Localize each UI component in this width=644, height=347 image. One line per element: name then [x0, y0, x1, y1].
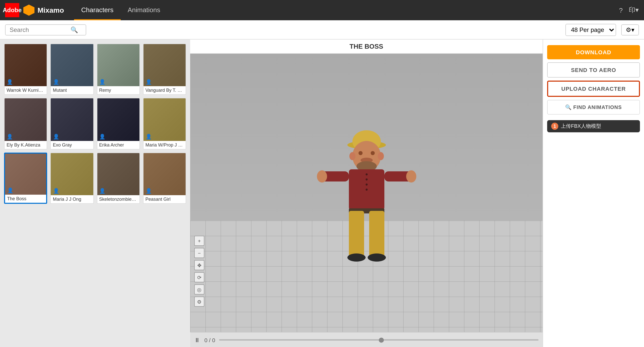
adobe-logo: Adobe — [5, 3, 19, 17]
svg-point-15 — [365, 178, 367, 180]
char-person-icon: 👤 — [99, 134, 105, 139]
char-thumb: 👤 — [97, 153, 139, 195]
viewer-timeline: ⏸ 0 / 0 — [190, 332, 543, 347]
zoom-out-button[interactable]: − — [194, 248, 204, 258]
viewer-panel: THE BOSS — [190, 40, 543, 347]
svg-point-17 — [365, 188, 367, 190]
char-card-maria-j-j-ong[interactable]: 👤 Maria J J Ong — [50, 152, 94, 204]
char-thumb: 👤 — [97, 44, 139, 86]
viewer-character — [316, 107, 417, 279]
viewer-controls: + − ✥ ⟳ ◎ ⚙ — [194, 236, 204, 307]
pan-button[interactable]: ✥ — [194, 260, 204, 270]
char-card-skeletonzombie-t-avelange[interactable]: 👤 Skeletonzombie T Avelange — [97, 152, 140, 204]
camera-button[interactable]: ◎ — [194, 284, 204, 295]
char-thumb: 👤 — [144, 99, 186, 141]
char-thumb: 👤 — [51, 99, 93, 141]
char-thumb: 👤 — [51, 44, 93, 86]
char-person-icon: 👤 — [146, 188, 152, 194]
tooltip-bubble: 1 上传FBX人物模型 — [547, 120, 640, 132]
svg-point-22 — [367, 253, 386, 261]
svg-point-6 — [370, 151, 374, 155]
adobe-text: Adobe — [3, 7, 22, 14]
char-name: Peasant Girl — [144, 195, 186, 203]
svg-point-4 — [378, 152, 384, 160]
char-thumb: 👤 — [97, 99, 139, 141]
timeline-thumb[interactable] — [379, 337, 384, 342]
right-panel: DOWNLOAD SEND TO AERO UPLOAD CHARACTER 🔍… — [543, 40, 644, 347]
mixamo-text: Mixamo — [38, 6, 64, 14]
char-person-icon: 👤 — [7, 79, 13, 85]
char-person-icon: 👤 — [53, 79, 59, 85]
char-person-icon: 👤 — [99, 188, 105, 194]
svg-rect-19 — [349, 211, 364, 256]
char-name: Skeletonzombie T Avelange — [97, 195, 139, 203]
tab-animations[interactable]: Animations — [120, 0, 167, 20]
gear-settings-button[interactable]: ⚙▾ — [621, 24, 639, 35]
per-page-select[interactable]: 48 Per page — [565, 24, 616, 36]
char-card-peasant-girl[interactable]: 👤 Peasant Girl — [143, 152, 186, 204]
sub-bar: 🔍 48 Per page ⚙▾ — [0, 20, 644, 40]
char-name: Mutant — [51, 86, 93, 95]
char-name: The Boss — [5, 195, 46, 203]
char-person-icon: 👤 — [53, 188, 59, 194]
char-person-icon: 👤 — [7, 188, 13, 193]
char-name: Erika Archer — [97, 141, 139, 149]
char-name: Warrok W Kurniawan — [5, 86, 47, 95]
upload-character-button[interactable]: UPLOAD CHARACTER — [548, 82, 639, 96]
char-person-icon: 👤 — [146, 134, 152, 139]
char-person-icon: 👤 — [7, 134, 13, 139]
search-box[interactable]: 🔍 — [5, 24, 86, 35]
viewer-canvas[interactable]: + − ✥ ⟳ ◎ ⚙ — [190, 54, 543, 332]
char-name: Maria W/Prop J J Ong — [144, 141, 186, 149]
find-animations-button[interactable]: 🔍 FIND ANIMATIONS — [547, 100, 640, 115]
char-card-remy[interactable]: 👤 Remy — [97, 44, 140, 95]
svg-rect-20 — [369, 211, 384, 256]
char-thumb: 👤 — [51, 153, 93, 195]
boss-character-svg — [316, 109, 417, 277]
nav-right: ? 印▾ — [619, 6, 639, 15]
reset-button[interactable]: ⟳ — [194, 272, 204, 282]
char-name: Maria J J Ong — [51, 195, 93, 203]
char-card-mutant[interactable]: 👤 Mutant — [50, 44, 94, 95]
main-layout: 👤 Warrok W Kurniawan 👤 Mutant 👤 Remy 👤 V… — [0, 40, 644, 347]
char-card-erika-archer[interactable]: 👤 Erika Archer — [97, 98, 140, 150]
send-to-aero-button[interactable]: SEND TO AERO — [547, 62, 640, 78]
svg-point-21 — [347, 253, 365, 261]
play-button[interactable]: ⏸ — [194, 336, 200, 343]
char-card-exo-gray[interactable]: 👤 Exo Gray — [50, 98, 94, 150]
char-name: Vanguard By T. Choonyung — [144, 86, 186, 95]
nav-tabs: Characters Animations — [74, 0, 167, 20]
char-name: Remy — [97, 86, 139, 95]
svg-point-16 — [365, 183, 367, 185]
search-icon: 🔍 — [70, 26, 78, 33]
char-card-vanguard-by-t.-choonyung[interactable]: 👤 Vanguard By T. Choonyung — [143, 44, 186, 95]
download-button[interactable]: DOWNLOAD — [547, 45, 640, 59]
svg-point-13 — [406, 170, 416, 182]
timeline-slider[interactable] — [219, 339, 539, 341]
char-thumb: 👤 — [5, 153, 46, 195]
tooltip-number: 1 — [551, 123, 558, 130]
char-person-icon: 👤 — [146, 79, 152, 85]
char-name: Ely By K.Atienza — [5, 141, 47, 149]
timeline-time: 0 / 0 — [204, 337, 215, 343]
mixamo-icon — [23, 5, 34, 16]
tab-characters[interactable]: Characters — [74, 0, 120, 20]
char-card-warrok-w-kurniawan[interactable]: 👤 Warrok W Kurniawan — [4, 44, 47, 95]
mixamo-logo: Mixamo — [23, 5, 64, 16]
character-grid: 👤 Warrok W Kurniawan 👤 Mutant 👤 Remy 👤 V… — [4, 44, 186, 204]
help-icon[interactable]: ? — [619, 6, 623, 14]
char-thumb: 👤 — [144, 44, 186, 86]
char-thumb: 👤 — [5, 44, 47, 86]
zoom-in-button[interactable]: + — [194, 236, 204, 246]
top-nav: Adobe Mixamo Characters Animations ? 印▾ — [0, 0, 644, 20]
char-name: Exo Gray — [51, 141, 93, 149]
user-menu[interactable]: 印▾ — [629, 6, 639, 15]
char-person-icon: 👤 — [53, 134, 59, 139]
char-card-ely-by-k.atienza[interactable]: 👤 Ely By K.Atienza — [4, 98, 47, 150]
viewer-settings-button[interactable]: ⚙ — [194, 297, 204, 307]
tooltip-text: 上传FBX人物模型 — [561, 123, 601, 130]
viewer-title: THE BOSS — [190, 40, 543, 54]
char-card-the-boss[interactable]: 👤 The Boss — [4, 152, 47, 204]
char-card-maria-w/prop-j-j-ong[interactable]: 👤 Maria W/Prop J J Ong — [143, 98, 186, 150]
search-input[interactable] — [10, 26, 70, 33]
